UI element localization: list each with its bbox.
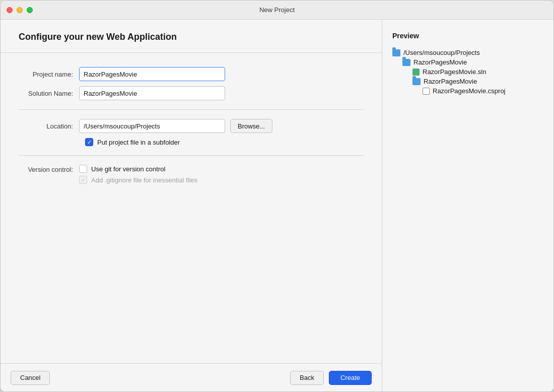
solution-icon — [412, 69, 420, 76]
use-git-label: Use git for version control — [91, 165, 165, 173]
tree-label: RazorPagesMovie — [413, 58, 467, 66]
gitignore-label: Add .gitignore file for inessential file… — [91, 176, 197, 184]
folder-icon — [392, 49, 400, 56]
back-button[interactable]: Back — [290, 371, 324, 385]
location-row: Location: Browse... — [19, 119, 364, 133]
browse-button[interactable]: Browse... — [230, 119, 272, 133]
version-control-row: Version control: Use git for version con… — [19, 165, 364, 184]
main-header: Configure your new Web Application — [1, 20, 382, 53]
footer: Cancel Back Create — [1, 363, 382, 391]
project-name-input[interactable] — [79, 67, 225, 81]
content-area: Configure your new Web Application Proje… — [1, 20, 553, 391]
window-title: New Project — [259, 6, 295, 14]
titlebar: New Project — [1, 1, 553, 20]
minimize-button[interactable] — [17, 7, 23, 13]
tree-label: RazorPagesMovie — [424, 78, 477, 85]
location-input[interactable] — [79, 119, 225, 133]
cancel-button[interactable]: Cancel — [11, 371, 50, 385]
subfolder-row: ✓ Put project file in a subfolder — [85, 138, 364, 146]
tree-label: RazorPagesMovie.sln — [423, 68, 486, 76]
traffic-lights — [7, 7, 33, 13]
project-name-label: Project name: — [19, 71, 79, 78]
list-item: RazorPagesMovie — [392, 77, 543, 86]
version-controls: Use git for version control ✓ Add .gitig… — [79, 165, 197, 184]
location-label: Location: — [19, 122, 79, 130]
project-name-row: Project name: — [19, 67, 364, 81]
gitignore-row: ✓ Add .gitignore file for inessential fi… — [79, 176, 197, 184]
form-area: Project name: Solution Name: Location: B… — [1, 53, 382, 363]
tree-label: /Users/msoucoup/Projects — [403, 49, 480, 56]
list-item: /Users/msoucoup/Projects — [392, 48, 543, 57]
subfolder-checkbox[interactable]: ✓ — [85, 138, 93, 146]
list-item: RazorPagesMovie.csproj — [392, 86, 543, 96]
use-git-row: Use git for version control — [79, 165, 197, 173]
main-panel: Configure your new Web Application Proje… — [1, 20, 382, 391]
checkmark-icon: ✓ — [87, 140, 92, 145]
footer-right: Back Create — [290, 371, 372, 385]
use-git-checkbox[interactable] — [79, 165, 87, 173]
list-item: RazorPagesMovie.sln — [392, 67, 543, 77]
folder-icon — [412, 78, 421, 85]
solution-name-input[interactable] — [79, 86, 225, 100]
csproj-icon — [423, 88, 430, 95]
solution-name-label: Solution Name: — [19, 90, 79, 97]
close-button[interactable] — [7, 7, 13, 13]
subfolder-label: Put project file in a subfolder — [97, 139, 180, 146]
divider-2 — [19, 155, 364, 156]
divider-1 — [19, 109, 364, 110]
folder-icon — [402, 59, 410, 66]
list-item: RazorPagesMovie — [392, 57, 543, 67]
maximize-button[interactable] — [27, 7, 33, 13]
page-title: Configure your new Web Application — [19, 32, 364, 42]
gitignore-checkbox: ✓ — [79, 176, 87, 184]
solution-name-row: Solution Name: — [19, 86, 364, 100]
new-project-window: New Project Configure your new Web Appli… — [0, 0, 554, 392]
create-button[interactable]: Create — [329, 371, 372, 385]
file-tree: /Users/msoucoup/Projects RazorPagesMovie… — [392, 48, 543, 96]
tree-label: RazorPagesMovie.csproj — [433, 87, 506, 95]
preview-panel: Preview /Users/msoucoup/Projects RazorPa… — [382, 20, 553, 391]
version-control-label: Version control: — [19, 165, 79, 173]
preview-title: Preview — [392, 32, 543, 40]
checkmark-disabled-icon: ✓ — [81, 177, 86, 183]
